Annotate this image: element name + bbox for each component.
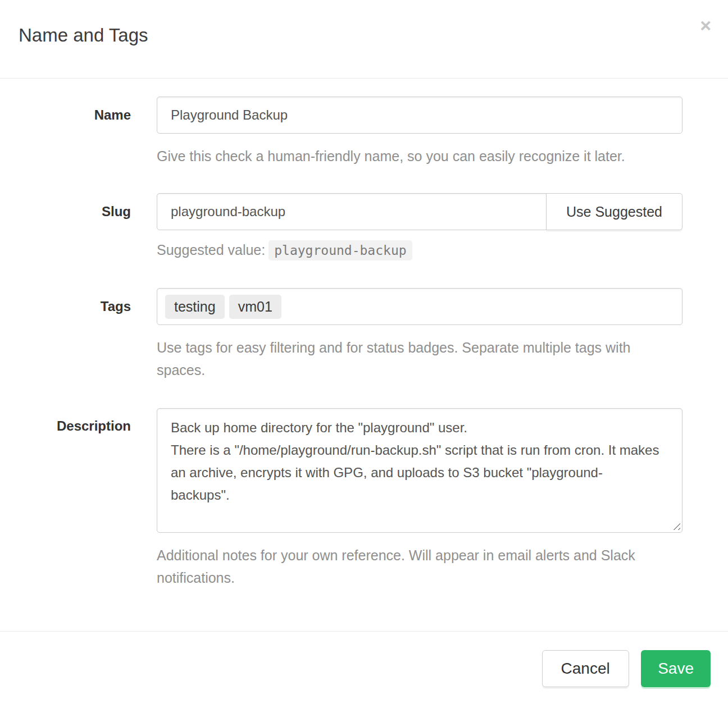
close-icon[interactable]: × bbox=[700, 16, 711, 35]
tag-chip: vm01 bbox=[229, 295, 281, 319]
slug-label: Slug bbox=[0, 193, 131, 260]
description-help-text: Additional notes for your own reference.… bbox=[157, 544, 683, 589]
page-title: Name and Tags bbox=[19, 25, 709, 46]
tags-label: Tags bbox=[0, 288, 131, 381]
name-row: Name Give this check a human-friendly na… bbox=[0, 97, 728, 167]
description-row: Description Back up home directory for t… bbox=[0, 408, 728, 589]
cancel-button[interactable]: Cancel bbox=[542, 650, 629, 687]
tag-chip: testing bbox=[165, 295, 225, 319]
slug-input[interactable] bbox=[157, 193, 547, 230]
modal-footer: Cancel Save bbox=[0, 631, 728, 704]
name-help-text: Give this check a human-friendly name, s… bbox=[157, 145, 683, 167]
suggested-slug-code: playground-backup bbox=[269, 240, 412, 260]
suggested-value-line: Suggested value:playground-backup bbox=[157, 240, 683, 260]
tags-input[interactable]: testing vm01 bbox=[157, 288, 683, 325]
description-label: Description bbox=[0, 408, 131, 589]
name-and-tags-modal: Name and Tags × Name Give this check a h… bbox=[0, 0, 728, 704]
modal-header: Name and Tags × bbox=[0, 0, 728, 79]
name-input[interactable] bbox=[157, 97, 683, 134]
suggested-value-prefix: Suggested value: bbox=[157, 242, 265, 258]
tags-help-text: Use tags for easy filtering and for stat… bbox=[157, 336, 683, 381]
use-suggested-button[interactable]: Use Suggested bbox=[546, 193, 683, 230]
tags-row: Tags testing vm01 Use tags for easy filt… bbox=[0, 288, 728, 381]
slug-row: Slug Use Suggested Suggested value:playg… bbox=[0, 193, 728, 260]
description-textarea[interactable]: Back up home directory for the "playgrou… bbox=[157, 408, 683, 533]
name-label: Name bbox=[0, 97, 131, 167]
modal-body: Name Give this check a human-friendly na… bbox=[0, 79, 728, 589]
save-button[interactable]: Save bbox=[641, 650, 711, 687]
